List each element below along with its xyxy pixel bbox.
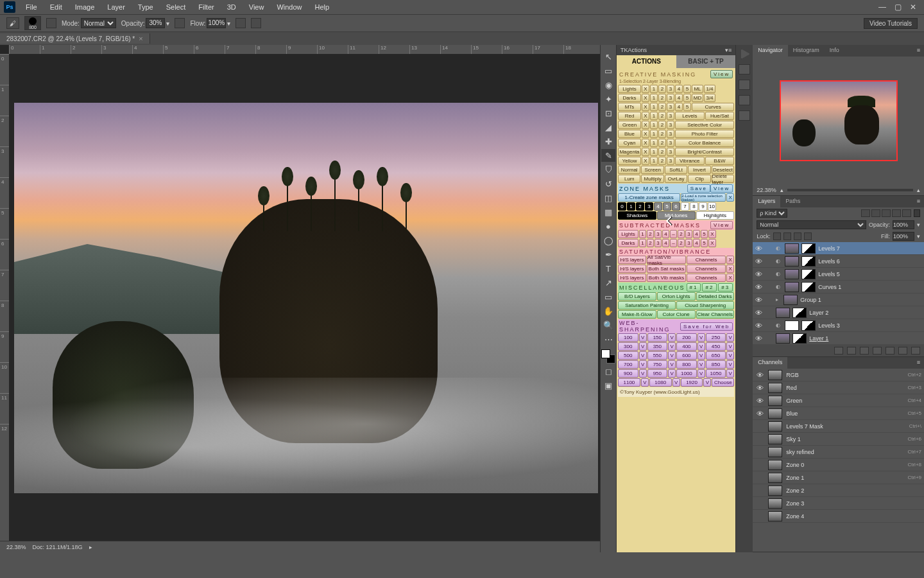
layer-thumb[interactable]	[776, 308, 790, 318]
brush-panel-icon[interactable]	[46, 18, 56, 28]
pen-tool[interactable]: ✒	[601, 248, 615, 261]
layer-mask[interactable]	[801, 320, 816, 331]
layer-fill[interactable]	[893, 232, 914, 241]
cm-mode[interactable]: Delete layer	[712, 175, 734, 183]
cm-n[interactable]: 1	[650, 121, 658, 129]
cm-mode[interactable]: Multiply	[641, 175, 663, 183]
adj-layer-icon[interactable]	[873, 347, 882, 355]
tab-layers[interactable]: Layers	[753, 196, 780, 207]
visibility-icon[interactable]: 👁	[754, 270, 763, 278]
cm-n[interactable]: 1	[650, 85, 658, 93]
navigator-thumb[interactable]	[780, 80, 898, 161]
brush-tool[interactable]: ✎	[601, 149, 615, 162]
layer-name[interactable]: Levels 7	[818, 245, 840, 252]
layer-mask[interactable]	[801, 269, 816, 279]
cm-e[interactable]: 1/4	[704, 85, 715, 93]
zone-9[interactable]: 9	[699, 202, 707, 211]
cm-x[interactable]: X	[642, 94, 649, 102]
cm-n[interactable]: 4	[675, 85, 683, 93]
filter-shape-icon[interactable]	[892, 209, 901, 217]
cm-mode[interactable]: OvrLay	[665, 175, 687, 183]
layer-opacity[interactable]	[893, 220, 914, 229]
zone-7[interactable]: 7	[681, 202, 689, 211]
visibility-icon[interactable]: 👁	[754, 322, 763, 329]
lasso-tool[interactable]: ◉	[601, 78, 615, 91]
cm-Darks[interactable]: Darks	[618, 94, 641, 102]
visibility-icon[interactable]: 👁	[755, 384, 764, 392]
video-tutorials-button[interactable]: Video Tutorials	[864, 18, 918, 29]
visibility-icon[interactable]: 👁	[754, 245, 763, 252]
cm-w[interactable]: Color Balance	[675, 139, 734, 147]
channel-row[interactable]: 👁BlueCtrl+5	[753, 407, 924, 420]
cm-n[interactable]: 3	[667, 157, 674, 165]
cm-w[interactable]: Bright/Contrast	[675, 148, 734, 156]
cm-n[interactable]: 1	[650, 139, 658, 147]
layer-thumb[interactable]	[785, 243, 799, 254]
cm-n[interactable]: 5	[683, 85, 691, 93]
paragraph-icon[interactable]	[739, 80, 750, 90]
layer-mask[interactable]	[792, 333, 807, 344]
cm-n[interactable]: 4	[675, 94, 683, 102]
opacity-value[interactable]: 30%	[146, 18, 165, 28]
visibility-icon[interactable]: 👁	[754, 283, 763, 291]
doc-tab[interactable]: 2832007.CR2 @ 22.4% (Levels 7, RGB/16) *…	[0, 33, 150, 44]
cm-n[interactable]: 4	[675, 103, 683, 111]
stamp-tool[interactable]: ⛉	[601, 163, 615, 176]
layer-row[interactable]: 👁▸Group 1	[753, 293, 924, 306]
layer-name[interactable]: Levels 5	[818, 271, 840, 277]
cm-e[interactable]: 3/4	[704, 94, 715, 102]
dodge-tool[interactable]: ◯	[601, 234, 615, 247]
pressure-opacity-icon[interactable]	[175, 18, 185, 28]
cm-Cyan[interactable]: Cyan	[618, 139, 641, 147]
tab-info[interactable]: Info	[825, 45, 844, 57]
menu-help[interactable]: Help	[310, 2, 335, 12]
channel-row[interactable]: 👁GreenCtrl+4	[753, 394, 924, 407]
layer-thumb[interactable]	[776, 333, 790, 344]
cm-Lights[interactable]: Lights	[618, 85, 641, 93]
layer-name[interactable]: Layer 2	[809, 310, 828, 316]
cm-n[interactable]: 2	[658, 103, 666, 111]
cm-mode[interactable]: Screen	[641, 166, 663, 174]
panel-menu-icon[interactable]: ≡	[913, 357, 924, 369]
path-tool[interactable]: ↗	[601, 276, 615, 289]
zone-5[interactable]: 5	[663, 202, 671, 211]
layer-row[interactable]: 👁Layer 2	[753, 306, 924, 319]
layer-mask[interactable]	[801, 243, 816, 254]
group-icon[interactable]	[886, 347, 894, 355]
lock-all-icon[interactable]	[804, 232, 812, 240]
cm-w[interactable]: Curves	[692, 103, 734, 111]
visibility-icon[interactable]: 👁	[754, 309, 763, 317]
panel-menu-icon[interactable]: ≡	[913, 45, 924, 57]
cm-n[interactable]: 2	[658, 121, 666, 129]
channel-row[interactable]: Zone 4	[753, 510, 924, 523]
cm-n[interactable]: 2	[658, 157, 666, 165]
blend-mode-select[interactable]: Normal	[81, 18, 116, 28]
channel-row[interactable]: 👁RGBCtrl+2	[753, 369, 924, 381]
layer-row[interactable]: 👁Layer 1	[753, 332, 924, 345]
hand-tool[interactable]: ✋	[601, 304, 615, 317]
visibility-icon[interactable]: 👁	[755, 371, 764, 379]
eyedropper-tool[interactable]: ◢	[601, 121, 615, 134]
menu-filter[interactable]: Filter	[193, 2, 219, 12]
layer-thumb[interactable]	[783, 295, 798, 305]
styles-icon[interactable]	[739, 110, 750, 121]
shape-tool[interactable]: ▭	[601, 290, 615, 303]
cm-mode[interactable]: SoftLt	[665, 166, 687, 174]
visibility-icon[interactable]: 👁	[755, 397, 764, 405]
layer-thumb[interactable]	[785, 320, 799, 331]
cm-x[interactable]: X	[642, 130, 649, 138]
zone-8[interactable]: 8	[690, 202, 698, 211]
lock-trans-icon[interactable]	[773, 232, 781, 240]
link-layers-icon[interactable]	[834, 347, 843, 355]
panel-menu-icon[interactable]: ▾≡	[725, 47, 732, 53]
cm-n[interactable]: 3	[667, 103, 674, 111]
zoom-readout[interactable]: 22.38%	[6, 544, 26, 550]
layer-kind-filter[interactable]: ρ Kind	[757, 209, 787, 218]
channel-row[interactable]: 👁RedCtrl+3	[753, 381, 924, 394]
cm-n[interactable]: 2	[658, 112, 666, 120]
cm-mode[interactable]: Clip	[688, 175, 710, 183]
menu-type[interactable]: Type	[133, 2, 158, 12]
cm-n[interactable]: 2	[658, 148, 666, 156]
fx-icon[interactable]	[847, 347, 856, 355]
trash-icon[interactable]	[911, 347, 920, 355]
